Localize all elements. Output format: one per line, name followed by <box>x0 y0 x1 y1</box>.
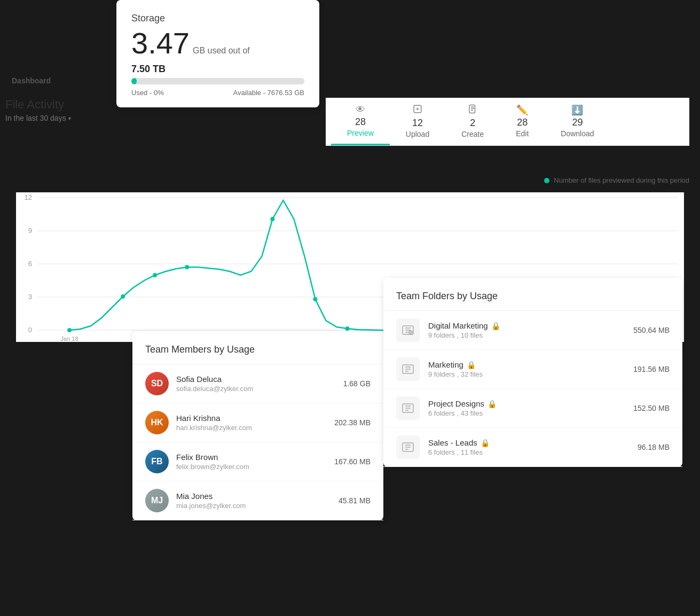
member-info: Felix Brown felix.brown@zylker.com <box>176 453 334 471</box>
preview-icon: 👁 <box>356 104 365 115</box>
file-activity-subtitle[interactable]: In the last 30 days ▾ <box>5 114 123 122</box>
upload-label: Upload <box>406 130 429 138</box>
folder-name: Marketing 🔒 <box>428 360 633 369</box>
create-label: Create <box>461 130 484 138</box>
file-activity-period: In the last 30 days <box>5 114 66 122</box>
folder-meta: 9 folders , 32 files <box>428 370 633 378</box>
svg-point-18 <box>67 328 72 332</box>
folder-size: 96.18 MB <box>638 443 670 451</box>
member-email: hari.krishna@zylker.com <box>176 424 334 432</box>
avatar-initials: MJ <box>145 489 169 512</box>
preview-count: 28 <box>355 116 366 128</box>
member-row: HK Hari Krishna hari.krishna@zylker.com … <box>132 403 383 442</box>
folder-info: Digital Marketing 🔒 9 folders , 10 files <box>428 321 633 339</box>
edit-label: Edit <box>516 129 529 138</box>
avatar-initials: SD <box>145 372 169 395</box>
team-members-title: Team Members by Usage <box>132 344 383 364</box>
tab-upload[interactable]: 12 Upload <box>390 98 445 145</box>
download-label: Download <box>561 129 594 138</box>
team-members-card: Team Members by Usage SD Sofia Deluca so… <box>132 331 383 520</box>
folder-meta: 6 folders , 43 files <box>428 409 633 417</box>
member-usage: 45.81 MB <box>339 496 371 505</box>
dashboard-label: Dashboard <box>12 76 51 85</box>
storage-used-label: Used - 0% <box>131 89 164 97</box>
folder-name: Project Designs 🔒 <box>428 399 633 408</box>
member-usage: 202.38 MB <box>334 418 371 427</box>
upload-icon <box>413 104 422 116</box>
folder-size: 191.56 MB <box>633 365 670 373</box>
lock-icon: 🔒 <box>491 322 500 330</box>
edit-count: 28 <box>517 117 528 128</box>
folder-row: Project Designs 🔒 6 folders , 43 files 1… <box>383 389 682 428</box>
member-row: SD Sofia Deluca sofia.deluca@zylker.com … <box>132 364 383 403</box>
svg-point-22 <box>270 217 274 221</box>
avatar-initials: HK <box>145 411 169 434</box>
member-info: Hari Krishna hari.krishna@zylker.com <box>176 414 334 432</box>
avatar: MJ <box>145 489 169 512</box>
edit-icon: ✏️ <box>516 104 528 116</box>
member-name: Sofia Deluca <box>176 375 343 384</box>
member-row: FB Felix Brown felix.brown@zylker.com 16… <box>132 442 383 481</box>
svg-text:3: 3 <box>28 293 32 301</box>
storage-title: Storage <box>131 13 304 24</box>
avatar: SD <box>145 372 169 395</box>
folder-name: Sales - Leads 🔒 <box>428 438 638 447</box>
lock-icon: 🔒 <box>481 439 490 447</box>
member-email: sofia.deluca@zylker.com <box>176 385 343 393</box>
file-activity-title: File Activity <box>5 98 123 112</box>
svg-text:0: 0 <box>28 326 32 334</box>
download-icon: ⬇️ <box>571 104 583 116</box>
folder-icon <box>402 402 414 415</box>
member-name: Mia Jones <box>176 492 339 501</box>
svg-point-23 <box>313 297 317 301</box>
chart-legend: Number of files previewed during this pe… <box>544 176 689 184</box>
folder-info: Project Designs 🔒 6 folders , 43 files <box>428 399 633 417</box>
storage-available-label: Available - 7676.53 GB <box>233 89 304 97</box>
lock-icon: 🔒 <box>467 361 476 369</box>
folder-icon <box>402 324 414 337</box>
svg-text:12: 12 <box>25 193 32 201</box>
storage-card: Storage 3.47 GB used out of 7.50 TB Used… <box>116 0 319 107</box>
folder-icon-box <box>396 318 420 342</box>
storage-bar-fill <box>131 78 137 84</box>
folder-icon-box <box>396 357 420 381</box>
download-count: 29 <box>572 117 583 128</box>
folder-icon-box <box>396 396 420 420</box>
svg-text:6: 6 <box>28 260 32 268</box>
member-name: Hari Krishna <box>176 414 334 423</box>
folder-info: Marketing 🔒 9 folders , 32 files <box>428 360 633 378</box>
legend-dot <box>544 178 549 183</box>
svg-point-19 <box>121 294 125 299</box>
member-name: Felix Brown <box>176 453 334 462</box>
preview-label: Preview <box>347 129 374 137</box>
avatar-initials: FB <box>145 450 169 473</box>
file-activity-section: File Activity In the last 30 days ▾ <box>5 98 123 122</box>
tab-download[interactable]: ⬇️ 29 Download <box>545 98 610 145</box>
chevron-down-icon: ▾ <box>68 115 71 121</box>
tab-edit[interactable]: ✏️ 28 Edit <box>500 98 545 145</box>
member-email: felix.brown@zylker.com <box>176 463 334 471</box>
folder-size: 550.64 MB <box>633 326 670 334</box>
svg-point-20 <box>153 273 157 277</box>
activity-tabs: 👁 28 Preview 12 Upload 2 Create ✏️ 28 Ed… <box>326 98 689 146</box>
team-folders-title: Team Folders by Usage <box>383 291 682 311</box>
storage-bar <box>131 78 304 84</box>
svg-point-24 <box>345 326 349 331</box>
folder-meta: 6 folders , 11 files <box>428 448 638 456</box>
svg-point-21 <box>185 265 189 269</box>
storage-value: 3.47 <box>131 28 190 58</box>
svg-text:9: 9 <box>28 227 32 235</box>
member-usage: 167.60 MB <box>334 457 371 466</box>
folder-info: Sales - Leads 🔒 6 folders , 11 files <box>428 438 638 456</box>
storage-unit: GB used out of <box>193 46 250 56</box>
folder-name: Digital Marketing 🔒 <box>428 321 633 330</box>
storage-total: 7.50 TB <box>131 64 304 75</box>
team-folders-card: Team Folders by Usage Digital Marketing … <box>383 278 682 467</box>
folder-icon <box>402 441 414 454</box>
avatar: FB <box>145 450 169 473</box>
tab-preview[interactable]: 👁 28 Preview <box>331 98 390 145</box>
folder-meta: 9 folders , 10 files <box>428 331 633 339</box>
tab-create[interactable]: 2 Create <box>445 98 500 145</box>
member-usage: 1.68 GB <box>343 379 371 388</box>
member-email: mia.jones@zylker.com <box>176 502 339 510</box>
